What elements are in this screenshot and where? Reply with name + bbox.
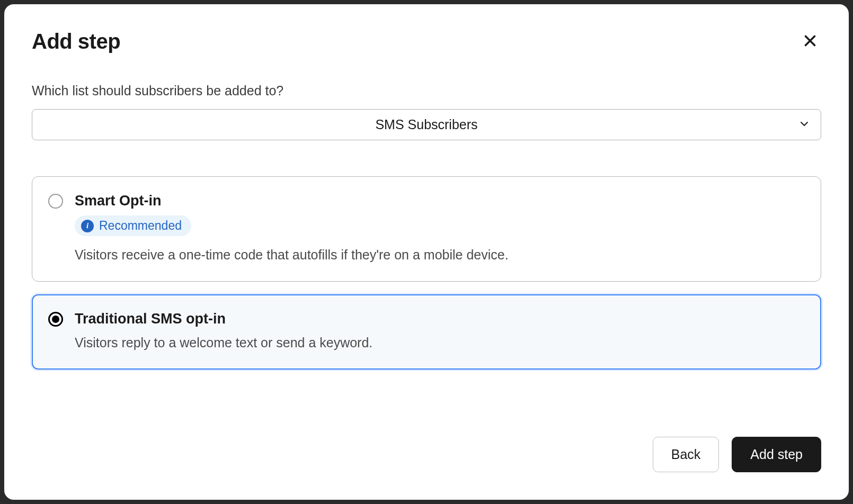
modal-footer: Back Add step xyxy=(32,437,821,472)
add-step-modal: Add step Which list should subscribers b… xyxy=(4,4,849,500)
info-icon: i xyxy=(81,220,94,232)
modal-header: Add step xyxy=(32,30,821,53)
list-select[interactable]: SMS Subscribers xyxy=(32,109,821,140)
option-content: Smart Opt-in i Recommended Visitors rece… xyxy=(75,193,805,264)
option-description: Visitors reply to a welcome text or send… xyxy=(75,334,805,352)
modal-title: Add step xyxy=(32,30,120,53)
option-content: Traditional SMS opt-in Visitors reply to… xyxy=(75,311,805,352)
option-title: Smart Opt-in xyxy=(75,193,805,209)
option-description: Visitors receive a one-time code that au… xyxy=(75,246,805,264)
option-smart-optin[interactable]: Smart Opt-in i Recommended Visitors rece… xyxy=(32,176,821,282)
badge-label: Recommended xyxy=(99,219,182,233)
close-icon xyxy=(801,32,819,50)
optin-options: Smart Opt-in i Recommended Visitors rece… xyxy=(32,176,821,370)
list-question-label: Which list should subscribers be added t… xyxy=(32,83,821,98)
list-select-wrapper: SMS Subscribers xyxy=(32,109,821,140)
list-select-value: SMS Subscribers xyxy=(375,117,477,132)
radio-traditional-optin[interactable] xyxy=(48,312,63,327)
radio-smart-optin[interactable] xyxy=(48,194,63,209)
close-button[interactable] xyxy=(799,30,821,52)
option-traditional-optin[interactable]: Traditional SMS opt-in Visitors reply to… xyxy=(32,294,821,370)
option-title: Traditional SMS opt-in xyxy=(75,311,805,327)
back-button[interactable]: Back xyxy=(653,437,719,472)
add-step-button[interactable]: Add step xyxy=(732,437,821,472)
recommended-badge: i Recommended xyxy=(75,215,191,236)
